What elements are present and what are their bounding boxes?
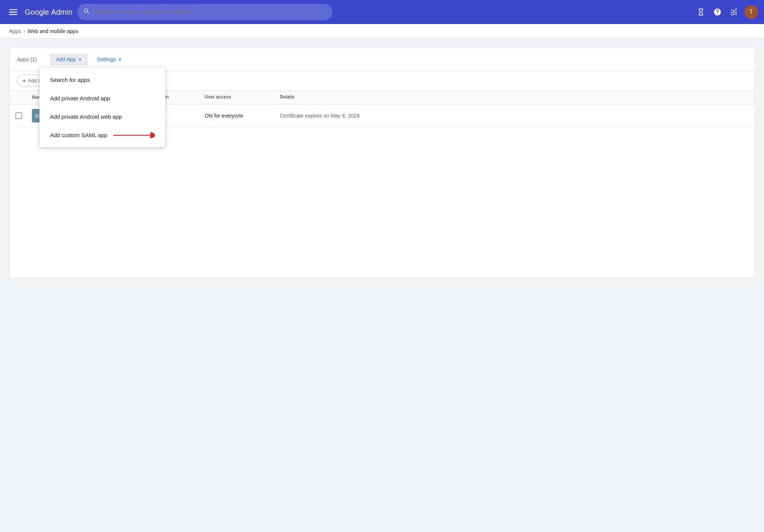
add-app-label: Add App [56, 56, 76, 62]
help-icon-btn[interactable] [710, 5, 725, 20]
menu-icon[interactable] [6, 5, 20, 19]
add-app-chevron-icon: ▼ [78, 57, 82, 62]
header: Google Admin T [0, 0, 764, 24]
empty-space [9, 127, 755, 278]
svg-rect-1 [9, 12, 17, 12]
menu-item-search-apps[interactable]: Search for apps [39, 71, 165, 89]
table-col-checkbox [15, 94, 32, 100]
search-input[interactable] [94, 9, 326, 15]
menu-item-add-custom-saml[interactable]: Add custom SAML app [39, 126, 165, 144]
svg-rect-0 [9, 9, 17, 10]
breadcrumb-current: Web and mobile apps [27, 28, 78, 34]
grid-icon-btn[interactable] [726, 5, 741, 20]
search-icon [83, 8, 91, 17]
row-checkbox[interactable] [15, 112, 32, 119]
red-arrow-annotation [113, 132, 155, 138]
breadcrumb: Apps › Web and mobile apps [0, 24, 764, 39]
settings-label: Settings [97, 56, 116, 62]
add-app-dropdown: Search for apps Add private Android app … [39, 68, 165, 147]
scrollbar-area[interactable] [9, 278, 755, 281]
menu-item-add-android-web-app[interactable]: Add private Android web app [39, 107, 165, 126]
toolbar: Apps (1) Add App ▼ Settings ▼ Search for… [9, 48, 755, 71]
svg-rect-2 [9, 14, 17, 15]
table-col-details: Details [280, 94, 749, 100]
breadcrumb-apps-link[interactable]: Apps [9, 28, 21, 34]
main-content: Apps (1) Add App ▼ Settings ▼ Search for… [0, 39, 764, 529]
table-col-user-access: User access [205, 94, 280, 100]
menu-item-add-android-app[interactable]: Add private Android app [39, 89, 165, 107]
search-bar[interactable] [77, 4, 332, 20]
logo: Google Admin [25, 8, 72, 17]
settings-button[interactable]: Settings ▼ [91, 53, 128, 65]
card: Apps (1) Add App ▼ Settings ▼ Search for… [9, 48, 755, 281]
add-filter-plus-icon: + [23, 77, 26, 84]
apps-count-label: Apps (1) [17, 56, 47, 62]
details-cell: Certificate expires on May 6, 2026 [280, 113, 749, 119]
settings-chevron-icon: ▼ [118, 57, 122, 62]
hourglass-icon-btn[interactable] [693, 5, 708, 20]
header-actions: T [693, 5, 758, 20]
add-app-button[interactable]: Add App ▼ [50, 53, 88, 65]
user-access-cell: ON for everyone [205, 113, 280, 119]
avatar[interactable]: T [744, 5, 758, 19]
breadcrumb-separator: › [23, 28, 25, 35]
